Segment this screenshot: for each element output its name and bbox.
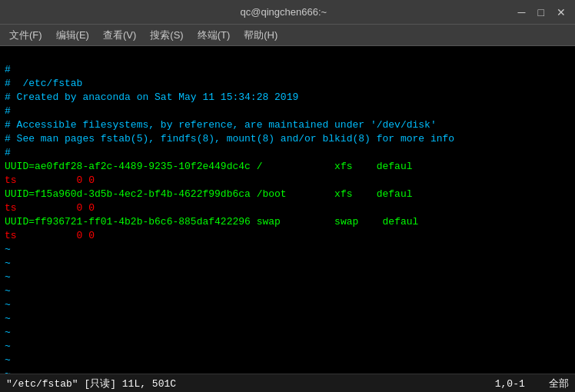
terminal-line: ~ (5, 271, 570, 284)
terminal-line: ts 0 0 (5, 201, 570, 215)
menu-edit[interactable]: 编辑(E) (50, 26, 95, 45)
menu-help[interactable]: 帮助(H) (238, 26, 284, 45)
terminal-content[interactable]: ## /etc/fstab# Created by anaconda on Sa… (0, 46, 575, 374)
window-controls: ─ □ ✕ (515, 5, 569, 20)
terminal-line: ts 0 0 (5, 229, 570, 243)
terminal-line: ~ (5, 367, 570, 374)
terminal-line: UUID=ff936721-ff01-4b2b-b6c6-885daf42229… (5, 215, 570, 229)
terminal-line (5, 49, 570, 63)
terminal-line: ~ (5, 298, 570, 312)
terminal-line: ~ (5, 312, 570, 326)
status-position: 1,0-1 全部 (495, 377, 569, 390)
close-button[interactable]: ✕ (553, 5, 569, 20)
terminal-line: # (5, 105, 570, 118)
statusbar: "/etc/fstab" [只读] 11L, 501C 1,0-1 全部 (0, 374, 575, 392)
terminal-line: ~ (5, 257, 570, 271)
minimize-button[interactable]: ─ (515, 5, 529, 20)
terminal-line: # See man pages fstab(5), findfs(8), mou… (5, 132, 570, 146)
terminal-line: # Accessible filesystems, by reference, … (5, 118, 570, 132)
terminal-line: # (5, 63, 570, 77)
menubar: 文件(F) 编辑(E) 查看(V) 搜索(S) 终端(T) 帮助(H) (0, 25, 575, 46)
status-file-info: "/etc/fstab" [只读] 11L, 501C (6, 377, 176, 390)
terminal-line: ~ (5, 284, 570, 298)
terminal-line: ~ (5, 326, 570, 340)
terminal-line: ~ (5, 354, 570, 367)
titlebar: qc@qingchen666:~ ─ □ ✕ (0, 0, 575, 25)
terminal-line: # Created by anaconda on Sat May 11 15:3… (5, 91, 570, 105)
terminal-line: UUID=f15a960d-3d5b-4ec2-bf4b-4622f99db6c… (5, 188, 570, 201)
menu-file[interactable]: 文件(F) (3, 26, 48, 45)
terminal-line: ts 0 0 (5, 174, 570, 188)
terminal-line: # (5, 146, 570, 160)
menu-terminal[interactable]: 终端(T) (191, 26, 237, 45)
maximize-button[interactable]: □ (535, 5, 547, 20)
terminal-line: # /etc/fstab (5, 77, 570, 91)
terminal-line: UUID=ae0fdf28-af2c-4489-9235-10f2e449dc4… (5, 160, 570, 174)
menu-view[interactable]: 查看(V) (97, 26, 142, 45)
window-title: qc@qingchen666:~ (52, 6, 515, 18)
menu-search[interactable]: 搜索(S) (144, 26, 189, 45)
terminal-line: ~ (5, 243, 570, 257)
terminal-line: ~ (5, 340, 570, 354)
